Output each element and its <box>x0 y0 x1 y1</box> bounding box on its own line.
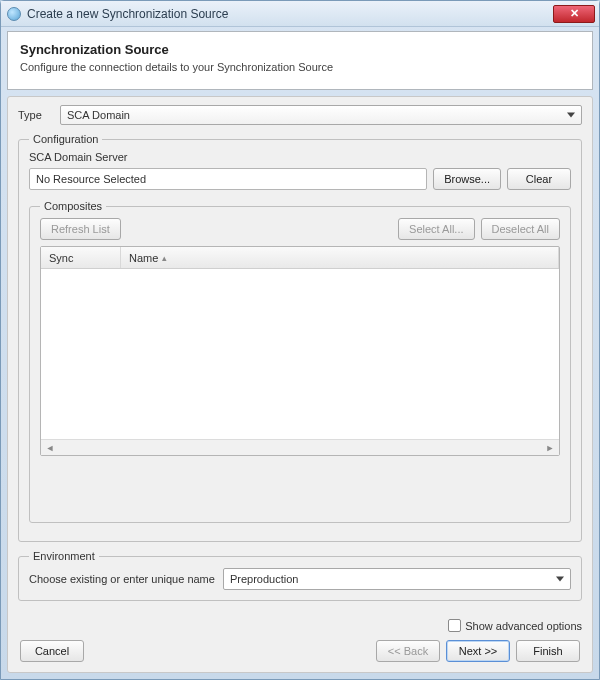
column-sync-label: Sync <box>49 252 73 264</box>
next-button[interactable]: Next >> <box>446 640 510 662</box>
dialog-content: Synchronization Source Configure the con… <box>1 27 599 679</box>
sort-asc-icon: ▴ <box>162 253 167 263</box>
scroll-right-icon[interactable]: ► <box>544 442 556 454</box>
refresh-list-button[interactable]: Refresh List <box>40 218 121 240</box>
server-field[interactable]: No Resource Selected <box>29 168 427 190</box>
server-field-value: No Resource Selected <box>36 173 146 185</box>
table-body <box>41 269 559 439</box>
advanced-label: Show advanced options <box>465 620 582 632</box>
column-name-label: Name <box>129 252 158 264</box>
composites-table: Sync Name ▴ ◄ ► <box>40 246 560 456</box>
header-panel: Synchronization Source Configure the con… <box>7 31 593 90</box>
window-title: Create a new Synchronization Source <box>27 7 553 21</box>
server-row: No Resource Selected Browse... Clear <box>29 168 571 190</box>
clear-button[interactable]: Clear <box>507 168 571 190</box>
type-label: Type <box>18 109 60 121</box>
browse-button[interactable]: Browse... <box>433 168 501 190</box>
configuration-legend: Configuration <box>29 133 102 145</box>
environment-row: Choose existing or enter unique name Pre… <box>29 568 571 590</box>
deselect-all-button[interactable]: Deselect All <box>481 218 560 240</box>
table-header: Sync Name ▴ <box>41 247 559 269</box>
type-select-value: SCA Domain <box>67 109 130 121</box>
horizontal-scrollbar[interactable]: ◄ ► <box>41 439 559 455</box>
environment-fieldset: Environment Choose existing or enter uni… <box>18 550 582 601</box>
chevron-down-icon <box>567 113 575 118</box>
environment-legend: Environment <box>29 550 99 562</box>
advanced-row: Show advanced options <box>18 619 582 632</box>
chevron-down-icon <box>556 577 564 582</box>
cancel-button[interactable]: Cancel <box>20 640 84 662</box>
type-row: Type SCA Domain <box>18 105 582 125</box>
scroll-left-icon[interactable]: ◄ <box>44 442 56 454</box>
page-title: Synchronization Source <box>20 42 580 57</box>
composites-toolbar: Refresh List Select All... Deselect All <box>40 218 560 240</box>
environment-combobox[interactable]: Preproduction <box>223 568 571 590</box>
body-panel: Type SCA Domain Configuration SCA Domain… <box>7 96 593 673</box>
type-select[interactable]: SCA Domain <box>60 105 582 125</box>
configuration-fieldset: Configuration SCA Domain Server No Resou… <box>18 133 582 542</box>
titlebar: Create a new Synchronization Source ✕ <box>1 1 599 27</box>
server-label: SCA Domain Server <box>29 151 571 163</box>
select-all-button[interactable]: Select All... <box>398 218 474 240</box>
column-name[interactable]: Name ▴ <box>121 247 559 268</box>
dialog-window: Create a new Synchronization Source ✕ Sy… <box>0 0 600 680</box>
close-button[interactable]: ✕ <box>553 5 595 23</box>
page-description: Configure the connection details to your… <box>20 61 580 73</box>
advanced-checkbox[interactable] <box>448 619 461 632</box>
composites-legend: Composites <box>40 200 106 212</box>
app-icon <box>7 7 21 21</box>
back-button[interactable]: << Back <box>376 640 440 662</box>
finish-button[interactable]: Finish <box>516 640 580 662</box>
column-sync[interactable]: Sync <box>41 247 121 268</box>
composites-fieldset: Composites Refresh List Select All... De… <box>29 200 571 523</box>
environment-value: Preproduction <box>230 573 299 585</box>
footer: Cancel << Back Next >> Finish <box>18 632 582 664</box>
close-icon: ✕ <box>570 7 579 20</box>
environment-prompt: Choose existing or enter unique name <box>29 573 215 585</box>
